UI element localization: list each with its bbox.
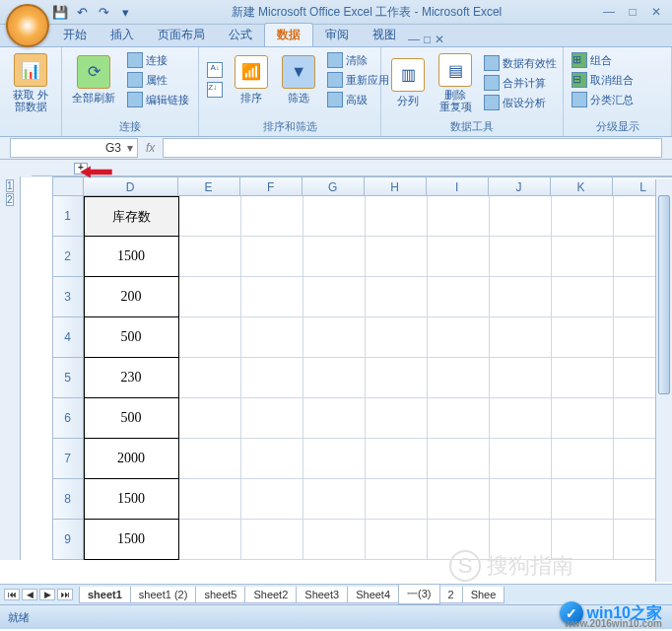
what-if-button[interactable]: 假设分析 bbox=[482, 94, 559, 111]
cell[interactable] bbox=[428, 358, 490, 398]
cell[interactable] bbox=[303, 520, 366, 560]
cell[interactable] bbox=[490, 439, 552, 479]
outline-level-1[interactable]: 1 bbox=[6, 179, 14, 192]
cell[interactable] bbox=[428, 196, 490, 237]
row-header[interactable]: 9 bbox=[52, 520, 84, 560]
cell[interactable] bbox=[552, 277, 614, 317]
data-validation-button[interactable]: 数据有效性 bbox=[482, 54, 559, 72]
cell[interactable] bbox=[241, 317, 303, 358]
cell[interactable] bbox=[366, 439, 428, 479]
undo-icon[interactable]: ↶ bbox=[73, 3, 91, 21]
cell[interactable]: 1500 bbox=[84, 479, 179, 520]
cell[interactable] bbox=[490, 277, 552, 317]
save-icon[interactable]: 💾 bbox=[51, 3, 69, 21]
cell[interactable] bbox=[241, 237, 303, 277]
sheet-tab[interactable]: Shee bbox=[462, 587, 505, 603]
tab-page-layout[interactable]: 页面布局 bbox=[146, 24, 217, 46]
sheet-tab[interactable]: Sheet2 bbox=[244, 587, 297, 603]
cell[interactable] bbox=[241, 479, 303, 520]
cell[interactable] bbox=[179, 439, 241, 479]
row-header[interactable]: 3 bbox=[52, 277, 84, 317]
cell[interactable] bbox=[366, 196, 428, 237]
sort-desc-button[interactable]: Z↓ bbox=[205, 81, 225, 99]
redo-icon[interactable]: ↷ bbox=[95, 3, 112, 21]
sheet-tab[interactable]: 一(3) bbox=[398, 585, 439, 604]
cell[interactable] bbox=[303, 196, 366, 237]
row-header[interactable]: 5 bbox=[52, 358, 84, 398]
vertical-scrollbar[interactable] bbox=[655, 179, 672, 582]
col-header-i[interactable]: I bbox=[427, 176, 489, 196]
cell[interactable] bbox=[179, 237, 241, 277]
col-header-f[interactable]: F bbox=[240, 176, 302, 196]
cell[interactable] bbox=[366, 317, 428, 358]
remove-duplicates-button[interactable]: ▤ 删除 重复项 bbox=[435, 51, 476, 114]
maximize-button[interactable]: □ bbox=[623, 5, 642, 19]
col-header-j[interactable]: J bbox=[489, 176, 551, 196]
row-header[interactable]: 2 bbox=[52, 237, 84, 277]
cell[interactable] bbox=[490, 358, 552, 398]
formula-bar[interactable] bbox=[163, 138, 662, 158]
outline-level-2[interactable]: 2 bbox=[6, 193, 14, 206]
col-header-e[interactable]: E bbox=[178, 176, 240, 196]
refresh-all-button[interactable]: ⟳ 全部刷新 bbox=[68, 53, 119, 107]
cell[interactable] bbox=[241, 439, 303, 479]
tab-nav-last[interactable]: ⏭ bbox=[57, 589, 73, 600]
col-header-h[interactable]: H bbox=[365, 176, 427, 196]
tab-nav-prev[interactable]: ◀ bbox=[22, 589, 37, 600]
cell[interactable] bbox=[552, 398, 614, 439]
cell[interactable] bbox=[552, 317, 614, 358]
close-button[interactable]: ✕ bbox=[646, 5, 666, 19]
cell[interactable] bbox=[366, 358, 428, 398]
properties-button[interactable]: 属性 bbox=[125, 71, 191, 89]
connections-button[interactable]: 连接 bbox=[125, 51, 191, 69]
cell[interactable] bbox=[552, 196, 614, 237]
cell[interactable] bbox=[552, 479, 614, 520]
cell[interactable] bbox=[428, 398, 490, 439]
cell[interactable] bbox=[428, 439, 490, 479]
tab-nav-next[interactable]: ▶ bbox=[39, 589, 55, 600]
edit-links-button[interactable]: 编辑链接 bbox=[125, 91, 191, 108]
cell[interactable] bbox=[490, 196, 552, 237]
row-header[interactable]: 1 bbox=[52, 196, 84, 237]
cell[interactable] bbox=[303, 237, 366, 277]
mdi-minimize[interactable]: — bbox=[408, 33, 420, 46]
cell[interactable] bbox=[428, 479, 490, 520]
mdi-restore[interactable]: □ bbox=[424, 33, 431, 46]
cell[interactable] bbox=[366, 277, 428, 317]
cell[interactable] bbox=[241, 398, 303, 439]
cell[interactable] bbox=[241, 358, 303, 398]
cell[interactable]: 500 bbox=[84, 317, 179, 358]
cell[interactable] bbox=[303, 317, 366, 358]
qat-dropdown-icon[interactable]: ▾ bbox=[116, 3, 134, 21]
cell[interactable]: 1500 bbox=[84, 237, 179, 277]
cell[interactable]: 1500 bbox=[84, 520, 179, 560]
cell[interactable] bbox=[241, 196, 303, 237]
cell[interactable] bbox=[490, 398, 552, 439]
cell[interactable] bbox=[366, 398, 428, 439]
row-header[interactable]: 4 bbox=[52, 317, 84, 358]
get-external-data-button[interactable]: 📊 获取 外部数据 bbox=[6, 51, 55, 114]
cell[interactable] bbox=[490, 479, 552, 520]
namebox-dropdown-icon[interactable]: ▾ bbox=[127, 141, 133, 155]
sheet-tab[interactable]: Sheet3 bbox=[296, 587, 348, 603]
tab-home[interactable]: 开始 bbox=[51, 24, 99, 46]
cell[interactable] bbox=[179, 358, 241, 398]
cell[interactable] bbox=[490, 317, 552, 358]
tab-view[interactable]: 视图 bbox=[361, 24, 408, 46]
minimize-button[interactable]: — bbox=[599, 5, 619, 19]
name-box[interactable]: G3 ▾ bbox=[10, 138, 138, 158]
cell[interactable] bbox=[179, 479, 241, 520]
sheet-tab[interactable]: sheet5 bbox=[195, 587, 245, 603]
cell[interactable]: 200 bbox=[84, 277, 179, 317]
tab-data[interactable]: 数据 bbox=[264, 23, 313, 46]
tab-nav-first[interactable]: ⏮ bbox=[4, 589, 20, 600]
row-header[interactable]: 6 bbox=[52, 398, 84, 439]
cell[interactable] bbox=[303, 439, 366, 479]
mdi-close[interactable]: ✕ bbox=[435, 33, 444, 46]
col-header-k[interactable]: K bbox=[551, 176, 613, 196]
cell[interactable] bbox=[552, 439, 614, 479]
sort-asc-button[interactable]: A↓ bbox=[205, 61, 225, 79]
cell[interactable] bbox=[490, 237, 552, 277]
cell[interactable] bbox=[428, 317, 490, 358]
cell[interactable] bbox=[366, 520, 428, 560]
